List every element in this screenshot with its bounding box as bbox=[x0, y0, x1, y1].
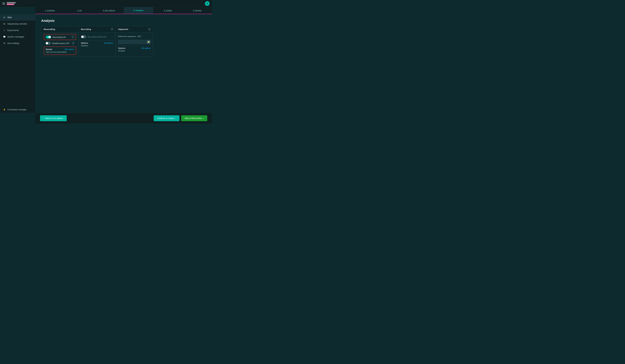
alignment-body: Reference sequence · OFF 📁 Options Edit … bbox=[116, 32, 153, 54]
continue-label: Continue to output bbox=[157, 117, 174, 119]
basecalling-body: Basecalling ON ? Modified bases OFF ? bbox=[41, 32, 78, 57]
alignment-options-label: Options bbox=[118, 47, 125, 49]
models-label: Models bbox=[46, 48, 52, 51]
barcoding-options-row: Options Edit options Disabled bbox=[81, 42, 113, 47]
barcoding-disabled-label: Barcoding DISABLED bbox=[88, 36, 106, 38]
brand-name bbox=[7, 2, 16, 3]
barcoding-toggle-row: Barcoding DISABLED bbox=[81, 34, 113, 39]
sidebar-item-label: Host settings bbox=[7, 42, 19, 44]
brand-sub bbox=[7, 4, 14, 5]
chart-line-icon: ∿ bbox=[3, 29, 6, 31]
barcoding-options-label: Options bbox=[81, 42, 88, 44]
basecalling-card: Basecalling Basecalling ON ? bbox=[41, 26, 79, 57]
bottom-right-actions: Continue to output › Skip to final revie… bbox=[154, 115, 207, 121]
models-value: High-accuracy basecalling bbox=[46, 51, 74, 53]
step-positions[interactable]: 1. Positions bbox=[35, 7, 65, 14]
sidebar-item-connection-manager[interactable]: ⚡ Connection manager bbox=[0, 106, 35, 113]
step-review[interactable]: 6. Review bbox=[183, 7, 212, 14]
modified-bases-toggle[interactable] bbox=[45, 42, 51, 45]
sidebar-item-sequencing-overview[interactable]: ⊞ Sequencing overview bbox=[0, 21, 35, 27]
sidebar-item-system-messages[interactable]: 💬 System messages bbox=[0, 33, 35, 40]
models-row: Models Edit options High-accuracy baseca… bbox=[44, 47, 76, 55]
skip-button[interactable]: Skip to final review › bbox=[181, 115, 207, 121]
alignment-edit-options[interactable]: Edit options bbox=[141, 47, 151, 49]
step-kit[interactable]: 2. Kit bbox=[65, 7, 94, 14]
basecalling-toggle[interactable] bbox=[46, 36, 51, 39]
reference-label: Reference sequence · OFF bbox=[118, 35, 141, 37]
brand-text bbox=[7, 2, 16, 5]
analysis-grid: Basecalling Basecalling ON ? bbox=[41, 26, 153, 57]
back-arrow-icon: ‹ bbox=[44, 117, 44, 119]
continue-arrow-icon: › bbox=[175, 117, 176, 119]
barcoding-edit-options[interactable]: Edit options bbox=[104, 42, 113, 44]
barcoding-card: Barcoding ? Barcoding DISABLED bbox=[79, 26, 116, 57]
reference-row: Reference sequence · OFF bbox=[118, 34, 151, 39]
reference-input[interactable] bbox=[118, 40, 146, 44]
alignment-header: Alignment ? bbox=[116, 26, 153, 32]
basecalling-on-label: Basecalling ON bbox=[53, 36, 70, 38]
gear-icon: ⚙ bbox=[3, 42, 6, 44]
modified-bases-help-icon[interactable]: ? bbox=[72, 42, 74, 44]
alignment-options-value: Disabled bbox=[118, 50, 151, 52]
basecalling-help-icon[interactable]: ? bbox=[72, 36, 74, 38]
barcoding-toggle[interactable] bbox=[81, 35, 86, 38]
circle-dot-icon: ⊙ bbox=[3, 16, 6, 19]
barcoding-help-icon[interactable]: ? bbox=[111, 28, 113, 30]
sidebar-item-label: Experiments bbox=[7, 29, 19, 31]
sidebar-item-experiments[interactable]: ∿ Experiments bbox=[0, 27, 35, 33]
avatar[interactable]: S bbox=[205, 1, 210, 6]
plug-icon: ⚡ bbox=[3, 108, 6, 111]
sidebar-bottom-label: Connection manager bbox=[7, 108, 27, 111]
modified-bases-row[interactable]: Modified bases OFF ? bbox=[44, 41, 76, 46]
skip-label: Skip to final review bbox=[185, 117, 202, 119]
sidebar-item-label: Start bbox=[7, 16, 12, 19]
step-output[interactable]: 5. Output bbox=[153, 7, 183, 14]
alignment-help-icon[interactable]: ? bbox=[148, 28, 151, 30]
alignment-options-row: Options Edit options Disabled bbox=[118, 47, 151, 52]
barcoding-title: Barcoding bbox=[81, 28, 91, 30]
basecalling-toggle-row[interactable]: Basecalling ON ? bbox=[44, 34, 76, 40]
topbar: S bbox=[0, 0, 212, 7]
chat-icon: 💬 bbox=[3, 36, 6, 38]
basecalling-header: Basecalling bbox=[41, 26, 78, 32]
topbar-left bbox=[2, 2, 16, 5]
chevron-right-icon: › bbox=[32, 42, 32, 44]
alignment-title: Alignment bbox=[118, 28, 128, 30]
basecalling-title: Basecalling bbox=[44, 28, 55, 30]
step-run-options[interactable]: 3. Run options bbox=[94, 7, 124, 14]
sidebar-item-host-settings[interactable]: ⚙ Host settings › bbox=[0, 40, 35, 47]
back-button[interactable]: ‹ Back to run options bbox=[40, 115, 67, 121]
barcoding-body: Barcoding DISABLED Options Edit options … bbox=[79, 32, 116, 49]
skip-arrow-icon: › bbox=[203, 117, 204, 119]
sidebar: ⊙ Start ⊞ Sequencing overview ∿ Experime… bbox=[0, 14, 35, 113]
alignment-card: Alignment ? Reference sequence · OFF 📁 bbox=[116, 26, 153, 57]
continue-button[interactable]: Continue to output › bbox=[154, 115, 179, 121]
page-title: Analysis bbox=[41, 19, 206, 23]
grid-icon: ⊞ bbox=[3, 23, 6, 25]
sidebar-item-label: System messages bbox=[7, 36, 24, 38]
bottom-bar: ‹ Back to run options Continue to output… bbox=[35, 113, 212, 124]
modified-bases-label: Modified bases OFF bbox=[52, 42, 70, 44]
barcoding-header: Barcoding ? bbox=[79, 26, 116, 32]
hamburger-icon[interactable] bbox=[2, 2, 5, 4]
barcoding-options-edit-row: Options Edit options bbox=[81, 42, 113, 44]
stepbar: 1. Positions 2. Kit 3. Run options 4. An… bbox=[35, 7, 212, 14]
reference-input-wrap: 📁 bbox=[118, 40, 151, 44]
barcoding-options-value: Disabled bbox=[81, 45, 113, 47]
back-label: Back to run options bbox=[45, 117, 63, 119]
content-area: Analysis Basecalling Basecalling ON bbox=[35, 14, 212, 113]
sidebar-item-label: Sequencing overview bbox=[7, 23, 27, 25]
sidebar-item-start[interactable]: ⊙ Start bbox=[0, 14, 35, 21]
step-analysis[interactable]: 4. Analysis bbox=[124, 7, 153, 14]
alignment-options-edit-row: Options Edit options bbox=[118, 47, 151, 49]
folder-button[interactable]: 📁 bbox=[147, 40, 151, 44]
models-edit-options[interactable]: Edit options bbox=[65, 48, 74, 51]
models-header: Models Edit options bbox=[46, 48, 74, 51]
